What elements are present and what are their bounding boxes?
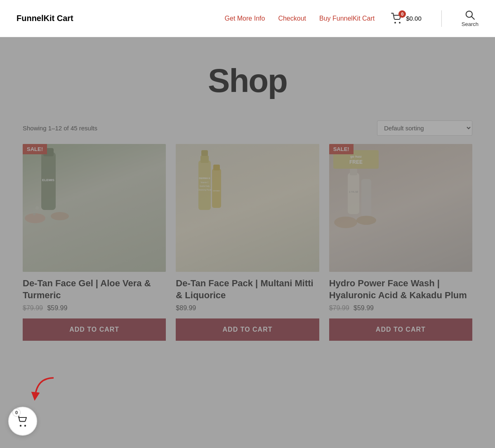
product-original-price-1: $79.99 <box>23 304 43 311</box>
filter-bar: Showing 1–12 of 45 results Default sorti… <box>0 116 495 144</box>
nav-get-more-info[interactable]: Get More Info <box>225 15 265 22</box>
search-icon <box>464 9 475 20</box>
svg-point-10 <box>35 206 39 210</box>
shop-title: Shop <box>16 62 478 100</box>
floating-cart-inner[interactable]: 0 <box>8 407 37 436</box>
product-illustration-1: ELEMIS <box>23 144 72 235</box>
product-illustration-2: DERMA E Vitamin C Gentle Daily Cleansing… <box>176 144 233 247</box>
nav-buy-funnelkit[interactable]: Buy FunnelKit Cart <box>319 15 375 22</box>
svg-point-8 <box>51 212 69 220</box>
nav-checkout[interactable]: Checkout <box>278 15 306 22</box>
results-count: Showing 1–12 of 45 results <box>23 125 97 132</box>
svg-rect-25 <box>348 173 359 214</box>
svg-rect-14 <box>201 150 208 156</box>
product-image-1: ELEMIS <box>23 144 166 272</box>
products-grid: ELEMIS SALE! De-Tan Face Gel | Aloe Vera… <box>0 144 495 374</box>
site-header: FunnelKit Cart Get More Info Checkout Bu… <box>0 0 495 37</box>
svg-point-32 <box>20 425 21 427</box>
product-sale-price-3: $59.99 <box>354 304 374 311</box>
svg-text:FREE: FREE <box>349 159 363 165</box>
cart-badge: 0 <box>398 10 406 18</box>
cart-price: $0.00 <box>406 15 422 22</box>
product-sale-price-2: $89.99 <box>176 304 196 311</box>
product-card-3: go fuzz FREE 1.7 FL OZ SALE! <box>329 144 472 341</box>
product-price-2: $89.99 <box>176 304 319 312</box>
svg-text:DERMA E: DERMA E <box>213 190 220 192</box>
svg-rect-28 <box>361 179 371 216</box>
svg-point-11 <box>33 213 35 215</box>
product-info-2: De-Tan Face Pack | Multani Mitti & Liquo… <box>176 272 319 317</box>
cart-icon-wrap[interactable]: 0 <box>391 13 403 24</box>
product-image-2: DERMA E Vitamin C Gentle Daily Cleansing… <box>176 144 319 272</box>
product-name-2: De-Tan Face Pack | Multani Mitti & Liquo… <box>176 278 319 301</box>
product-image-wrap-1: ELEMIS SALE! <box>23 144 166 272</box>
sort-select[interactable]: Default sorting Sort by popularity Sort … <box>377 120 472 136</box>
floating-cart[interactable]: 0 <box>8 407 37 436</box>
svg-rect-26 <box>350 169 357 175</box>
svg-rect-13 <box>200 156 209 163</box>
svg-line-3 <box>472 17 475 19</box>
floating-cart-badge: 0 <box>12 408 21 417</box>
svg-text:ELEMIS: ELEMIS <box>42 178 54 182</box>
product-image-wrap-3: go fuzz FREE 1.7 FL OZ SALE! <box>329 144 472 272</box>
product-price-3: $79.99 $59.99 <box>329 304 472 312</box>
svg-point-0 <box>394 22 396 24</box>
svg-point-29 <box>334 217 357 228</box>
svg-rect-20 <box>213 165 220 170</box>
product-name-1: De-Tan Face Gel | Aloe Vera & Turmeric <box>23 278 166 301</box>
svg-text:Gentle Daily: Gentle Daily <box>200 185 210 187</box>
svg-rect-19 <box>212 169 221 208</box>
add-to-cart-button-1[interactable]: ADD TO CART <box>23 318 166 341</box>
search-label: Search <box>462 21 478 27</box>
main-content: Shop Showing 1–12 of 45 results Default … <box>0 37 495 448</box>
product-sale-badge-1: SALE! <box>23 144 47 154</box>
svg-point-9 <box>29 208 33 212</box>
svg-text:1.7 FL OZ: 1.7 FL OZ <box>349 191 358 193</box>
add-to-cart-button-2[interactable]: ADD TO CART <box>176 318 319 341</box>
search-button[interactable]: Search <box>462 9 478 27</box>
product-card-2: DERMA E Vitamin C Gentle Daily Cleansing… <box>176 144 319 341</box>
main-nav: Get More Info Checkout Buy FunnelKit Car… <box>225 9 478 27</box>
product-original-price-3: $79.99 <box>329 304 349 311</box>
product-info-1: De-Tan Face Gel | Aloe Vera & Turmeric $… <box>23 272 166 317</box>
product-illustration-3: go fuzz FREE 1.7 FL OZ <box>329 144 383 243</box>
arrow-icon <box>29 374 62 407</box>
product-price-1: $79.99 $59.99 <box>23 304 166 312</box>
svg-text:go fuzz: go fuzz <box>350 155 362 158</box>
svg-text:DERMA E: DERMA E <box>199 177 210 179</box>
cart-area[interactable]: 0 $0.00 <box>391 13 422 24</box>
product-image-wrap-2: DERMA E Vitamin C Gentle Daily Cleansing… <box>176 144 319 272</box>
header-divider <box>441 10 442 27</box>
svg-point-33 <box>24 425 26 427</box>
add-to-cart-button-3[interactable]: ADD TO CART <box>329 318 472 341</box>
floating-cart-icon <box>16 415 29 427</box>
product-sale-badge-3: SALE! <box>329 144 354 154</box>
product-card-1: ELEMIS SALE! De-Tan Face Gel | Aloe Vera… <box>23 144 166 341</box>
product-sale-price-1: $59.99 <box>47 304 67 311</box>
svg-text:Cleansing Paste: Cleansing Paste <box>198 189 212 191</box>
cart-arrow-indicator <box>29 374 62 407</box>
site-logo[interactable]: FunnelKit Cart <box>16 14 73 23</box>
product-image-3: go fuzz FREE 1.7 FL OZ <box>329 144 472 272</box>
svg-point-1 <box>399 22 401 24</box>
svg-point-30 <box>356 216 376 225</box>
product-info-3: Hydro Power Face Wash | Hyaluronic Acid … <box>329 272 472 317</box>
shop-hero: Shop <box>0 37 495 116</box>
svg-text:Vitamin C: Vitamin C <box>201 182 209 184</box>
product-name-3: Hydro Power Face Wash | Hyaluronic Acid … <box>329 278 472 301</box>
